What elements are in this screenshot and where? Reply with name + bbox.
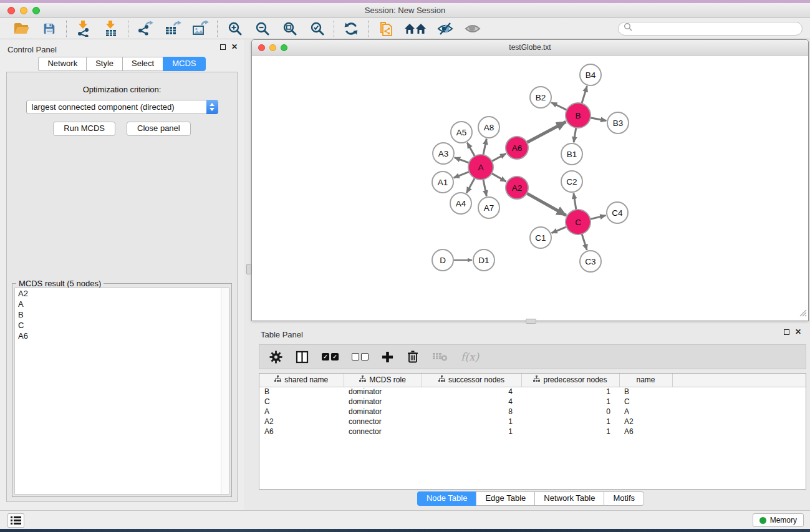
add-column-icon[interactable] — [382, 351, 393, 363]
hide-selected-icon[interactable] — [436, 20, 455, 37]
column-header-predecessor-nodes[interactable]: predecessor nodes — [521, 374, 619, 387]
edge-A-A3[interactable] — [455, 158, 469, 163]
graph-node-C[interactable]: C — [566, 210, 591, 235]
column-header-MCDS-role[interactable]: MCDS role — [344, 374, 422, 387]
show-panels-list-button[interactable] — [7, 513, 24, 528]
tab-mcds[interactable]: MCDS — [163, 57, 205, 71]
zoom-fit-icon[interactable] — [280, 20, 299, 37]
edge-A-A2[interactable] — [491, 173, 506, 181]
edge-A-A8[interactable] — [483, 139, 486, 155]
run-mcds-button[interactable]: Run MCDS — [53, 122, 115, 136]
edge-B-B1[interactable] — [574, 128, 576, 142]
edge-A6-B[interactable] — [527, 122, 566, 142]
search-text-field[interactable] — [633, 23, 802, 34]
column-header-name[interactable]: name — [619, 374, 672, 387]
tab-edge-table[interactable]: Edge Table — [476, 491, 534, 506]
column-header-shared-name[interactable]: shared name — [259, 374, 344, 387]
export-table-icon[interactable] — [163, 20, 182, 37]
show-all-icon[interactable] — [463, 20, 482, 37]
graph-node-D1[interactable]: D1 — [473, 249, 494, 271]
edge-A-A7[interactable] — [483, 180, 486, 196]
table-row[interactable]: A6connector11A6 — [259, 427, 806, 437]
network-window-titlebar[interactable]: testGlobe.txt — [252, 40, 808, 56]
settings-gear-icon[interactable] — [269, 351, 282, 364]
import-table-icon[interactable] — [102, 20, 120, 37]
edge-B-B3[interactable] — [591, 118, 607, 121]
memory-button[interactable]: Memory — [753, 513, 804, 527]
edge-B-B4[interactable] — [582, 86, 587, 104]
result-list-item[interactable]: A — [15, 299, 229, 309]
table-row[interactable]: Bdominator41B — [259, 387, 806, 397]
graph-node-A1[interactable]: A1 — [432, 172, 453, 193]
criterion-dropdown[interactable]: largest connected component (directed) — [26, 100, 218, 114]
graph-node-D[interactable]: D — [432, 249, 453, 271]
tab-motifs[interactable]: Motifs — [604, 491, 644, 506]
graph-node-C4[interactable]: C4 — [607, 202, 628, 223]
network-graph[interactable]: B4B2BB3A5A8A6A3AB1A1C2A4A7A2C4CC1C3DD1 — [252, 56, 808, 321]
table-row[interactable]: Adominator80A — [259, 407, 806, 417]
graph-node-C2[interactable]: C2 — [561, 171, 582, 192]
zoom-out-icon[interactable] — [253, 20, 271, 37]
import-network-icon[interactable] — [74, 20, 93, 37]
tab-network-table[interactable]: Network Table — [534, 491, 604, 506]
panel-divider-handle[interactable] — [246, 264, 251, 274]
graph-node-A2[interactable]: A2 — [506, 177, 528, 199]
zoom-in-icon[interactable] — [225, 20, 244, 37]
edge-C-C4[interactable] — [590, 215, 605, 219]
graph-node-C3[interactable]: C3 — [580, 251, 601, 272]
graph-node-A[interactable]: A — [468, 155, 493, 180]
edge-A2-C[interactable] — [527, 193, 566, 215]
graph-node-A4[interactable]: A4 — [450, 193, 471, 214]
network-canvas[interactable]: B4B2BB3A5A8A6A3AB1A1C2A4A7A2C4CC1C3DD1 — [252, 56, 808, 321]
graph-node-B[interactable]: B — [566, 103, 591, 128]
graph-node-A6[interactable]: A6 — [506, 137, 528, 159]
result-list-item[interactable]: A6 — [15, 331, 229, 341]
result-list-item[interactable]: B — [15, 309, 229, 320]
edge-C-C2[interactable] — [574, 193, 576, 210]
edge-A-A5[interactable] — [467, 143, 475, 157]
panel-divider-handle[interactable] — [526, 319, 536, 324]
graph-node-C1[interactable]: C1 — [530, 227, 551, 248]
edge-A-A4[interactable] — [466, 178, 475, 193]
column-browse-icon[interactable] — [296, 351, 309, 364]
float-table-panel-icon[interactable] — [784, 329, 789, 335]
edge-C-C1[interactable] — [552, 227, 567, 233]
graph-node-B3[interactable]: B3 — [607, 112, 629, 133]
close-panel-icon[interactable]: ✕ — [231, 44, 238, 50]
refresh-icon[interactable] — [342, 20, 360, 37]
node-table[interactable]: shared nameMCDS rolesuccessor nodesprede… — [259, 373, 806, 490]
graph-node-B4[interactable]: B4 — [580, 64, 601, 85]
graph-node-A8[interactable]: A8 — [478, 117, 499, 138]
edge-A-A6[interactable] — [492, 153, 506, 161]
export-network-icon[interactable] — [136, 20, 155, 37]
delete-column-icon[interactable] — [407, 350, 419, 364]
first-neighbors-icon[interactable] — [403, 20, 427, 37]
graph-node-A3[interactable]: A3 — [433, 143, 454, 164]
mcds-result-list[interactable]: A2ABCA6 — [14, 288, 229, 495]
edge-A-A1[interactable] — [454, 172, 470, 178]
open-file-icon[interactable] — [12, 20, 31, 37]
graph-node-A7[interactable]: A7 — [478, 197, 499, 218]
close-panel-button[interactable]: Close panel — [127, 122, 191, 136]
tab-select[interactable]: Select — [122, 57, 163, 71]
result-list-scrollbar[interactable] — [221, 288, 229, 494]
select-all-icon[interactable]: ✓✓ — [322, 353, 339, 360]
result-list-item[interactable]: C — [15, 320, 229, 331]
search-input[interactable] — [618, 22, 803, 36]
zoom-selected-icon[interactable] — [307, 20, 326, 37]
result-list-item[interactable]: A2 — [15, 288, 229, 299]
resize-grip-icon[interactable] — [798, 308, 807, 319]
table-row[interactable]: A2connector11A2 — [259, 417, 806, 427]
close-table-panel-icon[interactable]: ✕ — [795, 329, 801, 335]
edge-B-B2[interactable] — [551, 102, 567, 110]
graph-node-B2[interactable]: B2 — [530, 87, 551, 108]
deselect-all-icon[interactable] — [352, 353, 369, 360]
graph-node-B1[interactable]: B1 — [561, 143, 582, 165]
tab-node-table[interactable]: Node Table — [417, 491, 476, 506]
tab-style[interactable]: Style — [86, 57, 122, 71]
export-image-icon[interactable] — [191, 20, 210, 37]
float-panel-icon[interactable] — [220, 44, 226, 50]
save-session-icon[interactable] — [40, 20, 59, 37]
table-row[interactable]: Cdominator41C — [259, 397, 806, 407]
tab-network[interactable]: Network — [38, 57, 86, 71]
